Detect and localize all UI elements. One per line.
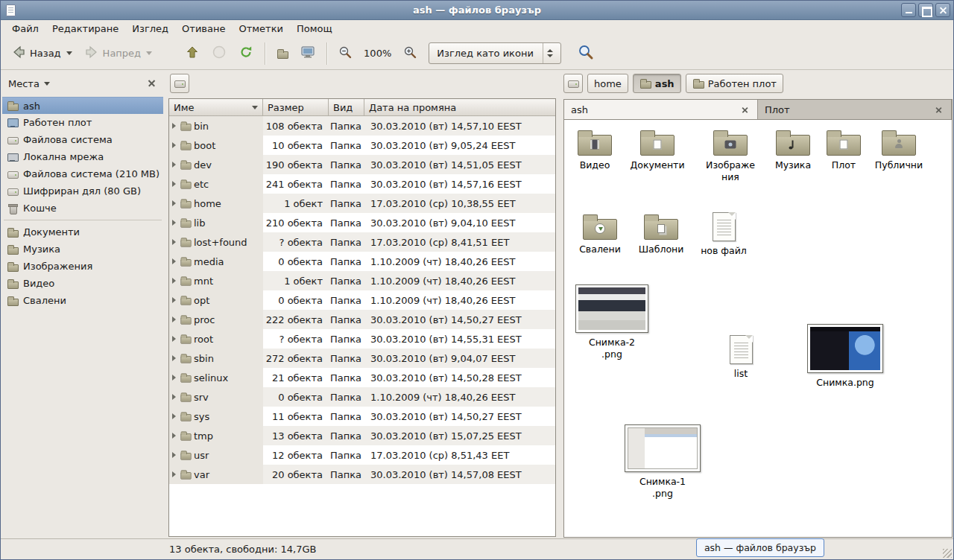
column-header-type[interactable]: Вид xyxy=(329,99,364,116)
breadcrumb-ash-button[interactable]: ash xyxy=(633,74,681,93)
view-mode-selector[interactable]: Изглед като икони xyxy=(429,42,561,64)
back-history-chevron-icon[interactable] xyxy=(66,51,72,55)
sidebar-place-item[interactable]: Файлова система xyxy=(2,131,163,148)
sidebar-selector-chevron-icon[interactable] xyxy=(44,82,50,86)
sidebar-place-item[interactable]: Файлова система (210 MB) xyxy=(2,165,163,182)
icon-item-documents[interactable]: Документи xyxy=(627,129,688,171)
tab-ash[interactable]: ash xyxy=(564,100,758,119)
sidebar-close-icon[interactable] xyxy=(146,78,157,89)
resize-grip[interactable] xyxy=(943,549,952,558)
expander-icon[interactable] xyxy=(172,471,176,477)
sidebar-place-item[interactable]: ash xyxy=(2,97,163,114)
sidebar-place-item[interactable]: Кошче xyxy=(2,200,163,217)
root-breadcrumb-button[interactable] xyxy=(170,74,189,93)
icon-item-templates[interactable]: Шаблони xyxy=(631,213,691,255)
breadcrumb-home-button[interactable]: home xyxy=(587,74,628,93)
root-breadcrumb-button[interactable] xyxy=(563,74,583,93)
tree-row[interactable]: srv 0 обекта Папка 1.10.2009 (чт) 18,40,… xyxy=(169,387,555,407)
tree-row[interactable]: boot 10 обекта Папка 30.03.2010 (вт) 9,0… xyxy=(169,136,555,155)
minimize-button[interactable] xyxy=(901,3,916,17)
expander-icon[interactable] xyxy=(172,181,176,187)
back-button[interactable]: Назад xyxy=(5,41,78,66)
search-button[interactable] xyxy=(572,41,600,66)
expander-icon[interactable] xyxy=(172,452,176,458)
expander-icon[interactable] xyxy=(172,316,176,322)
tree-row[interactable]: lib 210 обекта Папка 30.03.2010 (вт) 9,0… xyxy=(169,213,555,232)
forward-button[interactable]: Напред xyxy=(78,41,158,66)
zoom-in-button[interactable] xyxy=(397,41,423,66)
icon-item-photo[interactable]: Снимка.png xyxy=(806,324,884,389)
close-button[interactable] xyxy=(935,3,950,17)
maximize-button[interactable] xyxy=(918,3,933,17)
expander-icon[interactable] xyxy=(172,142,176,148)
icon-view[interactable]: Видео Документи Изображения Музика Плот … xyxy=(563,119,953,538)
menu-help[interactable]: Помощ xyxy=(290,22,339,36)
icon-item-music[interactable]: Музика xyxy=(767,129,819,171)
stop-button[interactable] xyxy=(206,41,233,66)
icon-item-public[interactable]: Публични xyxy=(868,129,929,171)
expander-icon[interactable] xyxy=(172,355,176,361)
tree-row[interactable]: tmp 13 обекта Папка 30.03.2010 (вт) 15,0… xyxy=(169,426,555,445)
tree-row[interactable]: root ? обекта Папка 30.03.2010 (вт) 14,5… xyxy=(169,329,555,349)
icon-item-newfile[interactable]: нов файл xyxy=(694,212,754,257)
tree-row[interactable]: var 20 обекта Папка 30.03.2010 (вт) 14,5… xyxy=(169,465,555,484)
column-header-size[interactable]: Размер xyxy=(263,99,329,116)
sidebar-place-item[interactable]: Видео xyxy=(2,275,163,292)
sidebar-place-item[interactable]: Шифриран дял (80 GB) xyxy=(2,182,163,200)
tree-row[interactable]: sys 11 обекта Папка 30.03.2010 (вт) 14,5… xyxy=(169,407,555,426)
expander-icon[interactable] xyxy=(172,433,176,439)
expander-icon[interactable] xyxy=(172,297,176,303)
sidebar-place-item[interactable]: Документи xyxy=(2,223,163,241)
icon-item-desktop[interactable]: Плот xyxy=(821,129,867,171)
menu-bookmarks[interactable]: Отметки xyxy=(232,22,289,36)
tree-row[interactable]: dev 190 обекта Папка 30.03.2010 (вт) 14,… xyxy=(169,155,555,174)
breadcrumb-desktop-button[interactable]: Работен плот xyxy=(686,74,783,93)
reload-button[interactable] xyxy=(233,41,259,66)
tab-desktop[interactable]: Плот xyxy=(758,100,952,119)
icon-item-downloads[interactable]: Свалени xyxy=(570,213,630,255)
tree-row[interactable]: home 1 обект Папка 17.03.2010 (ср) 10,38… xyxy=(169,194,555,213)
expander-icon[interactable] xyxy=(172,239,176,245)
icon-item-images[interactable]: Изображения xyxy=(697,129,764,184)
computer-button[interactable] xyxy=(294,41,321,66)
column-header-date[interactable]: Дата на промяна xyxy=(364,99,555,116)
tab-close-icon[interactable] xyxy=(934,105,944,115)
tree-row[interactable]: sbin 272 обекта Папка 30.03.2010 (вт) 9,… xyxy=(169,349,555,368)
menu-edit[interactable]: Редактиране xyxy=(45,22,125,36)
sidebar-place-item[interactable]: Изображения xyxy=(2,258,163,275)
tree-row[interactable]: usr 12 обекта Папка 17.03.2010 (ср) 8,51… xyxy=(169,445,555,465)
zoom-out-button[interactable] xyxy=(332,41,358,66)
sidebar-place-item[interactable]: Работен плот xyxy=(2,114,163,131)
expander-icon[interactable] xyxy=(172,375,176,381)
icon-item-photo2[interactable]: Снимка-2.png xyxy=(575,284,649,361)
tree-row[interactable]: opt 0 обекта Папка 1.10.2009 (чт) 18,40,… xyxy=(169,290,555,310)
tree-row[interactable]: media 0 обекта Папка 1.10.2009 (чт) 18,4… xyxy=(169,252,555,271)
sidebar-place-item[interactable]: Свалени xyxy=(2,292,163,309)
up-button[interactable] xyxy=(179,41,206,66)
expander-icon[interactable] xyxy=(172,220,176,226)
tab-close-icon[interactable] xyxy=(740,105,750,115)
tree-row[interactable]: mnt 1 обект Папка 1.10.2009 (чт) 18,40,2… xyxy=(169,271,555,290)
expander-icon[interactable] xyxy=(172,200,176,206)
column-header-name[interactable]: Име xyxy=(169,99,263,116)
sidebar-place-item[interactable]: Музика xyxy=(2,241,163,258)
menu-file[interactable]: Файл xyxy=(5,22,45,36)
expander-icon[interactable] xyxy=(172,394,176,400)
menu-go[interactable]: Отиване xyxy=(175,22,232,36)
tree-row[interactable]: bin 108 обекта Папка 30.03.2010 (вт) 14,… xyxy=(169,116,555,136)
expander-icon[interactable] xyxy=(172,258,176,264)
icon-item-photo1[interactable]: Снимка-1.png xyxy=(624,424,701,500)
icon-item-video[interactable]: Видео xyxy=(566,129,624,171)
sidebar-place-item[interactable]: Локална мрежа xyxy=(2,148,163,165)
expander-icon[interactable] xyxy=(172,162,176,168)
tree-row[interactable]: selinux 21 обекта Папка 30.03.2010 (вт) … xyxy=(169,368,555,387)
expander-icon[interactable] xyxy=(172,123,176,129)
icon-item-list[interactable]: list xyxy=(718,335,763,380)
home-button[interactable] xyxy=(271,41,294,66)
menu-view[interactable]: Изглед xyxy=(125,22,175,36)
expander-icon[interactable] xyxy=(172,413,176,419)
tree-row[interactable]: lost+found ? обекта Папка 17.03.2010 (ср… xyxy=(169,232,555,252)
tree-row[interactable]: proc 222 обекта Папка 30.03.2010 (вт) 14… xyxy=(169,310,555,329)
forward-history-chevron-icon[interactable] xyxy=(146,51,152,55)
expander-icon[interactable] xyxy=(172,278,176,284)
